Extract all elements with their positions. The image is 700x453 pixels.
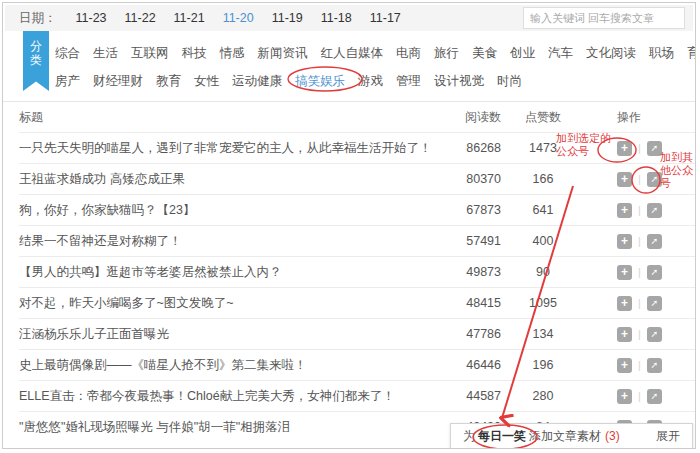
like-count: 134 (501, 327, 585, 341)
category-jiaoyu[interactable]: 教育 (156, 73, 181, 90)
ribbon-char-1: 分 (30, 39, 42, 53)
read-count: 57491 (441, 234, 501, 248)
article-title[interactable]: 史上最萌偶像剧——《喵星人抢不到》第二集来啦！ (19, 357, 441, 374)
category-section: 分类 综合 生活 互联网 科技 情感 新闻资讯 红人自媒体 电商 旅行 美食 创… (3, 31, 695, 101)
table-row: 史上最萌偶像剧——《喵星人抢不到》第二集来啦！ 46446 196 + | ➚ (19, 349, 695, 380)
date-item-11-23[interactable]: 11-23 (76, 11, 107, 25)
add-to-selected-icon[interactable]: + (617, 172, 632, 187)
add-to-selected-icon[interactable]: + (617, 141, 632, 156)
article-title[interactable]: ELLE直击：帝都今夜最热事！Chloé献上完美大秀，女神们都来了！ (19, 388, 441, 405)
date-item-11-18[interactable]: 11-18 (321, 11, 352, 25)
category-qiche[interactable]: 汽车 (548, 45, 573, 62)
category-hongrenzimeiti[interactable]: 红人自媒体 (321, 45, 384, 62)
category-yundongjiankang[interactable]: 运动健康 (232, 73, 282, 90)
ribbon-char-2: 类 (30, 53, 42, 67)
add-to-selected-icon[interactable]: + (617, 234, 632, 249)
add-to-other-icon[interactable]: ➚ (647, 389, 662, 404)
read-count: 46446 (441, 358, 501, 372)
add-to-other-icon[interactable]: ➚ (647, 358, 662, 373)
like-count: 166 (501, 172, 585, 186)
arrow-up-right-icon: ➚ (651, 361, 659, 370)
category-keji[interactable]: 科技 (182, 45, 207, 62)
category-fangchan[interactable]: 房产 (55, 73, 80, 90)
expand-button[interactable]: 展开 (656, 428, 680, 445)
article-title[interactable]: 狗，你好，你家缺猫吗？【23】 (19, 202, 441, 219)
category-shejishijue[interactable]: 设计视觉 (434, 73, 484, 90)
date-filter-bar: 日期： 11-23 11-22 11-21 11-20 11-19 11-18 … (5, 5, 693, 31)
category-youxi[interactable]: 游戏 (358, 73, 383, 90)
add-material-bar: 为 每日一笑 添加文章素材 (3) 展开 (450, 423, 693, 449)
article-title[interactable]: 一只先天失明的喵星人，遇到了非常宠爱它的主人，从此幸福生活开始了！ (19, 140, 441, 157)
op-separator: | (638, 328, 641, 340)
add-to-other-icon[interactable]: ➚ (647, 265, 662, 280)
category-gaoxiaoyule-active[interactable]: 搞笑娱乐 (295, 73, 345, 90)
date-item-11-19[interactable]: 11-19 (272, 11, 303, 25)
op-separator: | (638, 359, 641, 371)
row-operations: + | ➚ (585, 296, 695, 311)
article-title[interactable]: 王祖蓝求婚成功 高矮恋成正果 (19, 171, 441, 188)
read-count: 44587 (441, 389, 501, 403)
row-operations: + | ➚ (585, 265, 695, 280)
plus-icon: + (621, 173, 628, 185)
article-search-panel: 日期： 11-23 11-22 11-21 11-20 11-19 11-18 … (2, 2, 696, 449)
article-title[interactable]: 对不起，昨天小编喝多了~图文发晚了~ (19, 295, 441, 312)
annotation-add-other: 加到其他公众号 (660, 151, 695, 190)
add-to-selected-icon[interactable]: + (617, 296, 632, 311)
category-zhichang[interactable]: 职场 (649, 45, 674, 62)
header-ops: 操作 (585, 109, 695, 126)
category-caijinglicai[interactable]: 财经理财 (93, 73, 143, 90)
category-shishang[interactable]: 时尚 (497, 73, 522, 90)
add-to-selected-icon[interactable]: + (617, 389, 632, 404)
article-title[interactable]: 【男人的共鸣】逛超市等老婆居然被禁止入内？ (19, 264, 441, 281)
keyword-search-input[interactable] (523, 7, 685, 29)
add-to-other-icon[interactable]: ➚ (647, 327, 662, 342)
date-item-11-17[interactable]: 11-17 (370, 11, 401, 25)
category-xinwenzixun[interactable]: 新闻资讯 (258, 45, 308, 62)
arrow-up-right-icon: ➚ (651, 206, 659, 215)
header-reads: 阅读数 (441, 109, 501, 126)
category-nvxing[interactable]: 女性 (194, 73, 219, 90)
category-guanli[interactable]: 管理 (396, 73, 421, 90)
category-shenghuo[interactable]: 生活 (93, 45, 118, 62)
date-item-11-20-active[interactable]: 11-20 (223, 11, 254, 25)
row-operations: + | ➚ (585, 389, 695, 404)
read-count: 86268 (441, 141, 501, 155)
add-to-selected-icon[interactable]: + (617, 203, 632, 218)
add-to-other-icon[interactable]: ➚ (647, 203, 662, 218)
op-separator: | (638, 204, 641, 216)
header-likes: 点赞数 (501, 109, 585, 126)
like-count: 400 (501, 234, 585, 248)
date-item-11-22[interactable]: 11-22 (125, 11, 156, 25)
table-row: 王祖蓝求婚成功 高矮恋成正果 80370 166 + | ➚ (19, 163, 695, 194)
read-count: 48415 (441, 296, 501, 310)
category-dianshang[interactable]: 电商 (396, 45, 421, 62)
table-row: ELLE直击：帝都今夜最热事！Chloé献上完美大秀，女神们都来了！ 44587… (19, 380, 695, 411)
add-to-selected-icon[interactable]: + (617, 265, 632, 280)
category-lvxing[interactable]: 旅行 (434, 45, 459, 62)
arrow-up-right-icon: ➚ (651, 330, 659, 339)
category-zonghe[interactable]: 综合 (55, 45, 80, 62)
op-separator: | (638, 142, 641, 154)
account-name: 每日一笑 (478, 428, 526, 445)
like-count: 90 (501, 265, 585, 279)
read-count: 67873 (441, 203, 501, 217)
category-hulianwang[interactable]: 互联网 (131, 45, 169, 62)
add-to-other-icon[interactable]: ➚ (647, 296, 662, 311)
category-chuangye[interactable]: 创业 (510, 45, 535, 62)
article-title[interactable]: 汪涵杨乐乐儿子正面首曝光 (19, 326, 441, 343)
annotation-add-selected: 加到选定的公众号 (556, 132, 614, 158)
op-separator: | (638, 390, 641, 402)
category-yuer[interactable]: 育儿 (687, 45, 696, 62)
bar-prefix: 为 (463, 428, 475, 445)
article-title[interactable]: "唐悠悠"婚礼现场照曝光 与伴娘"胡一菲"相拥落泪 (19, 419, 441, 436)
date-item-11-21[interactable]: 11-21 (174, 11, 205, 25)
add-to-other-icon[interactable]: ➚ (647, 234, 662, 249)
add-to-selected-icon[interactable]: + (617, 358, 632, 373)
add-to-selected-icon[interactable]: + (617, 327, 632, 342)
article-title[interactable]: 结果一不留神还是对称糊了！ (19, 233, 441, 250)
category-wenhuayuedu[interactable]: 文化阅读 (586, 45, 636, 62)
table-row: 狗，你好，你家缺猫吗？【23】 67873 641 + | ➚ (19, 194, 695, 225)
category-meishi[interactable]: 美食 (472, 45, 497, 62)
category-qinggan[interactable]: 情感 (220, 45, 245, 62)
op-separator: | (638, 173, 641, 185)
